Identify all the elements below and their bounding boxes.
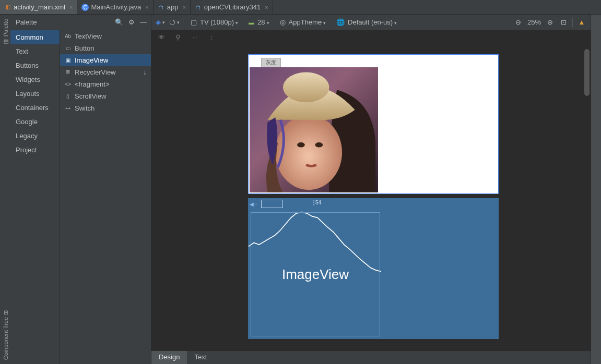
arrow-left-right-icon[interactable]: ↔ <box>190 32 199 42</box>
minimize-icon[interactable]: — <box>140 18 147 26</box>
preview-top-layout[interactable]: 灰度 <box>248 54 499 194</box>
arrow-up-down-icon[interactable]: ↕ <box>207 32 216 42</box>
svg-point-3 <box>297 142 305 148</box>
category-widgets[interactable]: Widgets <box>10 72 60 87</box>
constraint-anchor: ◀┄ <box>250 200 283 208</box>
theme-icon: ◎ <box>280 18 286 26</box>
theme-selector[interactable]: ◎ AppTheme <box>277 18 329 26</box>
component-textview[interactable]: Ab TextView <box>60 30 151 42</box>
close-icon[interactable]: × <box>69 4 73 10</box>
ruler-value: ┆54 <box>312 200 321 205</box>
tab-label: activity_main.xml <box>14 3 65 11</box>
palette-stack-icon: ▤ <box>2 39 9 45</box>
download-icon[interactable]: ⭳ <box>142 69 148 76</box>
tab-opencv-module[interactable]: ⛫ openCVLibrary341 × <box>191 0 273 14</box>
tab-design[interactable]: Design <box>151 351 187 364</box>
palette-tools: 🔍 ⚙ — <box>115 18 147 26</box>
locale-icon: 🌐 <box>336 18 345 26</box>
category-project[interactable]: Project <box>10 143 60 157</box>
component-tree-side-tab[interactable]: Component Tree ⊞ <box>2 306 9 364</box>
imageview-icon: ▣ <box>64 57 72 63</box>
zoom-level: 25% <box>527 18 541 26</box>
file-tabs: ◧ activity_main.xml × C MainActivity.jav… <box>0 0 601 15</box>
category-containers[interactable]: Containers <box>10 101 60 115</box>
category-common[interactable]: Common <box>10 30 60 44</box>
zoom-fit-icon[interactable]: ⊡ <box>559 18 568 27</box>
device-preview[interactable]: 灰度 <box>248 54 499 339</box>
category-layouts[interactable]: Layouts <box>10 87 60 101</box>
tab-activity-main-xml[interactable]: ◧ activity_main.xml × <box>0 0 77 14</box>
device-selector[interactable]: ▢ TV (1080p) <box>187 18 241 26</box>
left-rail: ▤ Palette Component Tree ⊞ <box>0 15 10 364</box>
grayscale-button[interactable]: 灰度 <box>261 58 281 67</box>
category-google[interactable]: Google <box>10 115 60 129</box>
component-switch[interactable]: ⊶ Switch <box>60 102 151 114</box>
xml-icon: ◧ <box>4 4 11 11</box>
component-button[interactable]: ▭ Button <box>60 42 151 54</box>
tab-text[interactable]: Text <box>187 351 214 364</box>
warning-icon[interactable]: ▲ <box>577 18 586 27</box>
preview-bottom-imageview[interactable]: ◀┄ ┆54 ImageView <box>248 198 499 339</box>
eye-icon[interactable]: 👁 <box>157 32 166 42</box>
lena-image-icon[interactable] <box>250 67 378 192</box>
right-rail <box>591 15 601 364</box>
component-imageview[interactable]: ▣ ImageView <box>60 54 151 66</box>
zoom-out-icon[interactable]: ⊖ <box>514 18 523 27</box>
gear-icon[interactable]: ⚙ <box>128 18 135 26</box>
close-icon[interactable]: × <box>265 4 268 10</box>
tab-app-module[interactable]: ⛫ app × <box>154 0 191 14</box>
palette-categories: Common Text Buttons Widgets Layouts Cont… <box>10 30 60 364</box>
tab-label: openCVLibrary341 <box>204 3 261 11</box>
device-icon: ▢ <box>191 18 197 26</box>
java-icon: C <box>81 4 89 11</box>
svg-point-4 <box>315 142 323 148</box>
zoom-in-icon[interactable]: ⊕ <box>545 18 555 27</box>
design-canvas[interactable]: 灰度 <box>151 44 591 350</box>
scrollview-icon: ▯ <box>64 93 72 99</box>
category-text[interactable]: Text <box>10 44 60 58</box>
design-surface-icon[interactable]: ◈ <box>156 18 165 27</box>
module-icon: ⛫ <box>195 4 202 11</box>
palette-panel: Palette 🔍 ⚙ — Common Text Buttons Widget… <box>10 15 151 364</box>
palette-side-tab[interactable]: ▤ Palette <box>2 15 9 50</box>
palette-header: Palette 🔍 ⚙ — <box>10 15 151 30</box>
tab-mainactivity-java[interactable]: C MainActivity.java × <box>77 0 153 14</box>
magnet-icon[interactable]: ⚲ <box>173 32 183 42</box>
component-scrollview[interactable]: ▯ ScrollView <box>60 90 151 102</box>
component-fragment[interactable]: <> <fragment> <box>60 78 151 90</box>
switch-icon: ⊶ <box>64 105 72 111</box>
tab-label: MainActivity.java <box>91 3 141 11</box>
category-legacy[interactable]: Legacy <box>10 129 60 143</box>
imageview-placeholder[interactable]: ImageView <box>251 212 380 336</box>
vertical-scrollbar[interactable] <box>584 49 590 96</box>
search-icon[interactable]: 🔍 <box>115 18 123 26</box>
api-selector[interactable]: ▬ 28 <box>245 18 272 26</box>
design-toolbar: ◈ ⭯ ▢ TV (1080p) ▬ 28 ◎ AppTheme 🌐 Defau… <box>151 15 591 30</box>
component-recyclerview[interactable]: ≣ RecyclerView ⭳ <box>60 66 151 78</box>
tree-icon: ⊞ <box>2 310 9 315</box>
editor-bottom-tabs: Design Text <box>151 350 591 364</box>
button-icon: ▭ <box>64 45 72 51</box>
category-buttons[interactable]: Buttons <box>10 58 60 72</box>
textview-icon: Ab <box>64 33 72 39</box>
design-sub-toolbar: 👁 ⚲ ↔ ↕ <box>151 30 591 44</box>
close-icon[interactable]: × <box>182 4 185 10</box>
palette-components: Ab TextView ▭ Button ▣ ImageView ≣ Recyc… <box>60 30 151 364</box>
orientation-icon[interactable]: ⭯ <box>169 18 179 27</box>
module-icon: ⛫ <box>158 4 165 11</box>
close-icon[interactable]: × <box>145 4 148 10</box>
svg-point-2 <box>283 72 329 103</box>
design-editor: ◈ ⭯ ▢ TV (1080p) ▬ 28 ◎ AppTheme 🌐 Defau… <box>151 15 591 364</box>
tab-label: app <box>167 3 179 11</box>
fragment-icon: <> <box>64 81 72 87</box>
android-icon: ▬ <box>249 19 254 26</box>
palette-title: Palette <box>16 18 37 26</box>
recyclerview-icon: ≣ <box>64 69 72 75</box>
locale-selector[interactable]: 🌐 Default (en-us) <box>333 18 400 26</box>
svg-point-1 <box>275 115 342 190</box>
